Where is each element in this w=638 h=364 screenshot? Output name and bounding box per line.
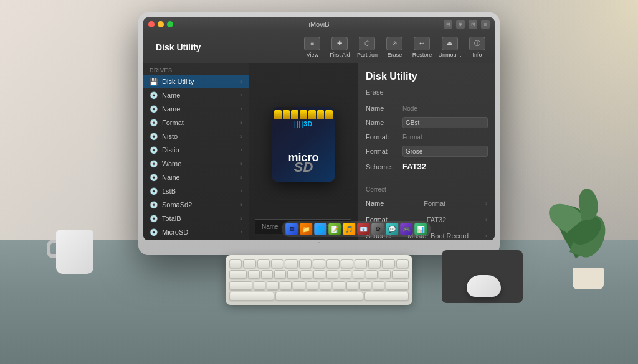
dock-icon-5[interactable]: 🎵 xyxy=(343,223,355,235)
right-panel: Disk Utility Erase Name Node Name Format… xyxy=(358,63,495,240)
format-input[interactable] xyxy=(402,146,488,157)
sidebar-item-1stb[interactable]: 💿 1stB › xyxy=(143,184,249,198)
key[interactable] xyxy=(300,270,312,279)
key[interactable] xyxy=(299,259,312,268)
toolbar-view-button[interactable]: ≡ View xyxy=(301,37,323,58)
key[interactable] xyxy=(271,259,283,268)
sidebar-item-disk-utility[interactable]: 💾 Disk Utility › xyxy=(143,75,249,88)
dock: 🖥 📁 🌐 📝 🎵 📧 ⚙ 💬 🎮 📊 xyxy=(282,221,431,237)
key[interactable] xyxy=(287,270,299,279)
key[interactable] xyxy=(261,270,273,279)
key[interactable] xyxy=(229,292,274,301)
titlebar-icon-1[interactable]: ⊟ xyxy=(444,20,452,29)
sidebar-item-wame[interactable]: 💿 Wame › xyxy=(143,157,249,170)
sd-card: ||||3D micro SD xyxy=(272,107,335,182)
key[interactable] xyxy=(359,281,371,290)
spacebar[interactable] xyxy=(275,292,363,301)
key[interactable] xyxy=(307,281,318,290)
key[interactable] xyxy=(392,270,409,279)
microsd-icon: 💿 xyxy=(150,228,158,236)
sidebar-item-format[interactable]: 💿 Format › xyxy=(143,116,249,129)
name-input[interactable] xyxy=(402,117,488,128)
traffic-lights xyxy=(148,21,173,27)
key[interactable] xyxy=(346,281,358,290)
key[interactable] xyxy=(293,281,305,290)
maximize-button[interactable] xyxy=(167,21,173,27)
key[interactable] xyxy=(274,270,286,279)
sidebar-item-label-naine: Naine xyxy=(162,174,237,181)
key[interactable] xyxy=(364,292,409,301)
key[interactable] xyxy=(313,270,325,279)
key[interactable] xyxy=(254,281,265,290)
key[interactable] xyxy=(379,270,391,279)
dock-icon-7[interactable]: ⚙ xyxy=(371,223,384,235)
key[interactable] xyxy=(353,270,364,279)
key[interactable] xyxy=(313,259,325,268)
sidebar-item-label-1stb: 1stB xyxy=(162,187,237,195)
close-button[interactable] xyxy=(148,21,155,27)
toolbar-partition-button[interactable]: ⬡ Partition xyxy=(356,37,378,58)
monitor-screen: iMoviB ⊟ ⊞ ⊡ ≡ Disk Utility ≡ View xyxy=(143,17,495,240)
toolbar-erase-button[interactable]: ⊘ Erase xyxy=(383,37,406,58)
sidebar-chevron-8: › xyxy=(240,188,242,194)
key[interactable] xyxy=(248,270,260,279)
format-option-name[interactable]: Name Format › xyxy=(366,198,487,209)
magic-mouse[interactable] xyxy=(467,275,501,297)
dock-icon-3[interactable]: 🌐 xyxy=(314,223,326,235)
key[interactable] xyxy=(368,259,381,268)
sidebar-item-microsd[interactable]: 💿 MicroSD › xyxy=(143,225,249,239)
sidebar-item-label-nisto: Nisto xyxy=(162,133,237,140)
dock-icon-8[interactable]: 💬 xyxy=(386,223,398,235)
center-area: ||||3D micro SD Name › Form xyxy=(249,63,358,240)
toolbar-info-button[interactable]: ⓘ Info xyxy=(466,37,488,58)
key[interactable] xyxy=(366,270,378,279)
minimize-button[interactable] xyxy=(158,21,164,27)
key[interactable] xyxy=(257,259,270,268)
sidebar-item-name1[interactable]: 💿 Name › xyxy=(143,88,249,102)
key[interactable] xyxy=(340,270,351,279)
restore-icon: ↩ xyxy=(414,37,430,50)
key[interactable] xyxy=(285,259,297,268)
key[interactable] xyxy=(373,281,384,290)
sidebar-item-label-format: Format xyxy=(162,119,237,126)
key[interactable] xyxy=(267,281,279,290)
keyboard[interactable] xyxy=(226,255,412,305)
sidebar-item-somasd2[interactable]: 💿 SomaSd2 › xyxy=(143,198,249,212)
titlebar-icon-3[interactable]: ⊡ xyxy=(469,20,477,29)
apple-logo:  xyxy=(317,240,320,250)
dock-icon-2[interactable]: 📁 xyxy=(300,223,312,235)
dock-icon-10[interactable]: 📊 xyxy=(414,223,427,235)
key[interactable] xyxy=(320,281,331,290)
toolbar-restore-button[interactable]: ↩ Restore xyxy=(411,37,433,58)
sidebar-item-more[interactable]: 💿 More › xyxy=(143,239,249,240)
key[interactable] xyxy=(396,259,409,268)
sidebar-item-distio[interactable]: 💿 Distio › xyxy=(143,143,249,157)
sidebar-item-naine[interactable]: 💿 Naine › xyxy=(143,170,249,184)
key[interactable] xyxy=(333,281,345,290)
key[interactable] xyxy=(355,259,367,268)
titlebar-icon-2[interactable]: ⊞ xyxy=(456,20,465,29)
key[interactable] xyxy=(341,259,353,268)
key[interactable] xyxy=(229,281,252,290)
sidebar-item-nisto[interactable]: 💿 Nisto › xyxy=(143,129,249,143)
key[interactable] xyxy=(243,259,255,268)
return-key[interactable] xyxy=(386,281,409,290)
sidebar-item-totalb[interactable]: 💿 TotalB › xyxy=(143,212,249,225)
key[interactable] xyxy=(326,259,339,268)
form-sublabel-node: Node xyxy=(402,105,417,112)
dock-icon-6[interactable]: 📧 xyxy=(357,223,369,235)
key[interactable] xyxy=(326,270,338,279)
dock-icon-1[interactable]: 🖥 xyxy=(285,223,298,235)
key[interactable] xyxy=(280,281,292,290)
key[interactable] xyxy=(229,259,242,268)
plant-leaves xyxy=(557,177,619,271)
dock-icon-4[interactable]: 📝 xyxy=(328,223,341,235)
titlebar-icon-4[interactable]: ≡ xyxy=(481,20,490,29)
key[interactable] xyxy=(382,259,394,268)
sidebar-chevron-4: › xyxy=(240,133,242,139)
key[interactable] xyxy=(229,270,247,279)
toolbar-firstaid-button[interactable]: ✚ First Aid xyxy=(328,37,351,58)
toolbar-unmount-button[interactable]: ⏏ Unmount xyxy=(438,37,461,58)
dock-icon-9[interactable]: 🎮 xyxy=(400,223,412,235)
sidebar-item-name2[interactable]: 💿 Name › xyxy=(143,102,249,116)
